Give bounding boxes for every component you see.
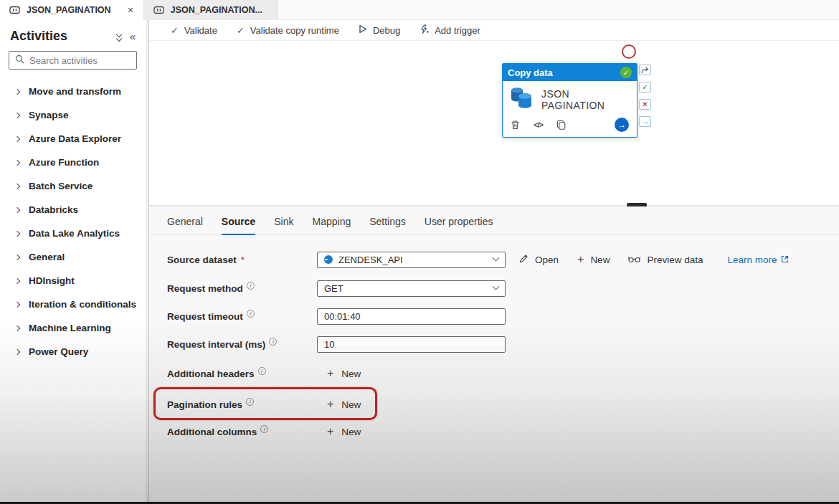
sidebar-item-synapse[interactable]: Synapse: [0, 103, 146, 127]
azure-data-factory-window: JSON_PAGINATION ✕ JSON_PAGINATION... Act…: [0, 0, 839, 504]
learn-more-link[interactable]: Learn more: [727, 255, 789, 265]
request-timeout-input[interactable]: [324, 311, 498, 322]
debug-button[interactable]: Debug: [359, 24, 400, 36]
activities-title: Activities: [10, 29, 67, 44]
open-dataset-button[interactable]: Open: [519, 254, 559, 265]
additional-headers-label: Additional headers i: [167, 369, 317, 379]
tab-sink[interactable]: Sink: [274, 216, 293, 234]
collapse-panel-icon[interactable]: «: [130, 30, 136, 42]
tab-mapping[interactable]: Mapping: [313, 216, 351, 234]
activity-navigate-icon[interactable]: →: [615, 118, 629, 132]
chevron-right-icon: [14, 206, 20, 212]
pipeline-canvas[interactable]: Copy data ✓ JSON PAGINAT: [149, 41, 839, 205]
document-tabbar: JSON_PAGINATION ✕ JSON_PAGINATION...: [0, 0, 839, 20]
chevron-right-icon: [14, 325, 20, 331]
info-icon: i: [258, 367, 266, 375]
required-mark: *: [241, 255, 245, 265]
pagination-rules-new-button[interactable]: + New: [327, 398, 361, 411]
sidebar-item-azure-data-explorer[interactable]: Azure Data Explorer: [0, 127, 146, 151]
plus-icon: +: [327, 367, 333, 380]
source-dataset-select[interactable]: ZENDESK_API: [317, 252, 506, 268]
chevron-right-icon: [14, 254, 20, 260]
sidebar-item-hdinsight[interactable]: HDInsight: [0, 269, 146, 293]
tab-user-properties[interactable]: User properties: [425, 216, 493, 234]
chevron-right-icon: [14, 135, 20, 141]
request-interval-row: Request interval (ms) i: [167, 336, 506, 353]
validate-copy-runtime-button[interactable]: ✓ Validate copy runtime: [237, 25, 339, 36]
check-icon: ✓: [237, 25, 245, 36]
clone-activity-icon[interactable]: [556, 120, 566, 130]
tab-json-pagination[interactable]: JSON_PAGINATION ✕: [0, 0, 144, 20]
pencil-icon: [519, 254, 528, 265]
success-port-icon[interactable]: ✓: [639, 82, 651, 92]
pipeline-toolbar: ✓ Validate ✓ Validate copy runtime Debug…: [149, 20, 839, 41]
chevron-down-icon: [493, 282, 500, 290]
activities-panel: Activities « Move and transform Synapse …: [0, 20, 146, 504]
code-icon[interactable]: </>: [534, 120, 543, 129]
additional-headers-new-button[interactable]: + New: [327, 367, 361, 380]
activity-name: JSON PAGINATION: [541, 88, 630, 111]
pagination-rules-label: Pagination rules i: [167, 399, 317, 410]
completion-port-icon[interactable]: →: [639, 116, 651, 127]
additional-columns-new-button[interactable]: + New: [327, 425, 361, 438]
failure-port-icon[interactable]: ✕: [639, 99, 651, 110]
chevron-down-icon: [493, 254, 500, 261]
info-icon: i: [247, 310, 255, 318]
tab-label: JSON_PAGINATION...: [171, 5, 262, 15]
request-timeout-label: Request timeout i: [167, 311, 317, 322]
additional-columns-row: Additional columns i + New: [167, 423, 361, 440]
close-icon[interactable]: ✕: [128, 6, 134, 15]
sidebar-item-move-and-transform[interactable]: Move and transform: [0, 80, 146, 103]
chevron-right-icon: [14, 301, 20, 307]
pipeline-editor: ✓ Validate ✓ Validate copy runtime Debug…: [149, 20, 839, 504]
info-icon: i: [269, 338, 277, 346]
request-method-label: Request method i: [167, 283, 317, 294]
plus-icon: +: [327, 398, 333, 411]
sidebar-item-databricks[interactable]: Databricks: [0, 198, 146, 222]
sidebar-item-azure-function[interactable]: Azure Function: [0, 151, 146, 174]
sidebar-item-machine-learning[interactable]: Machine Learning: [0, 316, 146, 340]
request-interval-input[interactable]: [324, 339, 498, 350]
tab-settings[interactable]: Settings: [369, 216, 406, 234]
chevron-right-icon: [14, 230, 20, 236]
collapse-all-icon[interactable]: [117, 32, 121, 41]
new-dataset-button[interactable]: + New: [577, 253, 610, 266]
search-activities-box[interactable]: [9, 51, 137, 70]
properties-tabs: General Source Sink Mapping Settings Use…: [149, 206, 839, 235]
request-timeout-input-wrap: [317, 308, 506, 325]
additional-headers-row: Additional headers i + New: [167, 365, 361, 382]
dataset-icon: [324, 255, 333, 264]
info-icon: i: [260, 425, 268, 433]
play-icon: [359, 24, 367, 36]
validate-button[interactable]: ✓ Validate: [171, 25, 217, 36]
copy-data-activity-node[interactable]: Copy data ✓ JSON PAGINAT: [502, 63, 637, 138]
chevron-right-icon: [14, 348, 20, 354]
glasses-icon: [628, 255, 640, 265]
request-interval-input-wrap: [317, 336, 506, 353]
pipeline-icon: [153, 6, 164, 14]
sidebar-item-iteration-conditionals[interactable]: Iteration & conditionals: [0, 293, 146, 316]
search-activities-input[interactable]: [29, 55, 130, 66]
lightning-icon: [420, 24, 429, 37]
activity-properties-panel: General Source Sink Mapping Settings Use…: [149, 206, 839, 504]
preview-data-button[interactable]: Preview data: [628, 255, 703, 265]
chevron-right-icon: [14, 159, 20, 165]
search-icon: [15, 54, 24, 67]
chevron-right-icon: [14, 183, 20, 189]
add-trigger-button[interactable]: Add trigger: [420, 24, 480, 37]
tab-label: JSON_PAGINATION: [27, 5, 111, 15]
skipped-port-icon[interactable]: [639, 65, 651, 75]
tab-json-pagination-2[interactable]: JSON_PAGINATION...: [144, 0, 278, 20]
sidebar-item-batch-service[interactable]: Batch Service: [0, 174, 146, 198]
activity-header: Copy data ✓: [503, 64, 637, 81]
tab-general[interactable]: General: [167, 216, 203, 234]
chevron-right-icon: [14, 277, 20, 283]
success-badge-icon: ✓: [620, 67, 632, 78]
info-icon: i: [247, 282, 255, 290]
sidebar-item-data-lake-analytics[interactable]: Data Lake Analytics: [0, 222, 146, 245]
sidebar-item-power-query[interactable]: Power Query: [0, 340, 146, 363]
tab-source[interactable]: Source: [222, 216, 255, 235]
delete-activity-icon[interactable]: [511, 120, 520, 130]
request-method-select[interactable]: GET: [317, 280, 506, 297]
sidebar-item-general[interactable]: General: [0, 245, 146, 269]
